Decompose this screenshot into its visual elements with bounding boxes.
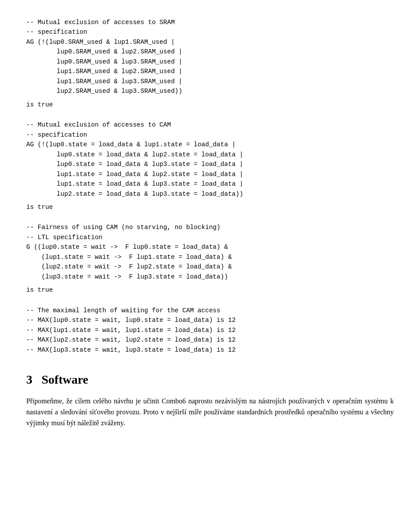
cam-mutual-code: -- Mutual exclusion of accesses to CAM -… (26, 120, 394, 199)
cam-mutual-is-true: is true (26, 202, 394, 212)
sram-code: -- Mutual exclusion of accesses to SRAM … (26, 18, 394, 96)
fairness-section: -- Fairness of using CAM (no starving, n… (26, 222, 394, 295)
software-section: 3 Software Připomeňme, že cílem celého n… (26, 371, 394, 428)
section-title: Software (42, 373, 88, 386)
section-number: 3 (26, 373, 32, 386)
sram-section: -- Mutual exclusion of accesses to SRAM … (26, 18, 394, 109)
cam-mutual-exclusion-section: -- Mutual exclusion of accesses to CAM -… (26, 120, 394, 212)
fairness-code: -- Fairness of using CAM (no starving, n… (26, 222, 394, 282)
section-paragraph: Připomeňme, že cílem celého návrhu je uč… (26, 396, 394, 428)
fairness-is-true: is true (26, 285, 394, 295)
section-heading: 3 Software (26, 371, 394, 389)
max-waiting-code: -- The maximal length of waiting for the… (26, 306, 394, 355)
max-waiting-section: -- The maximal length of waiting for the… (26, 306, 394, 355)
sram-is-true: is true (26, 100, 394, 109)
